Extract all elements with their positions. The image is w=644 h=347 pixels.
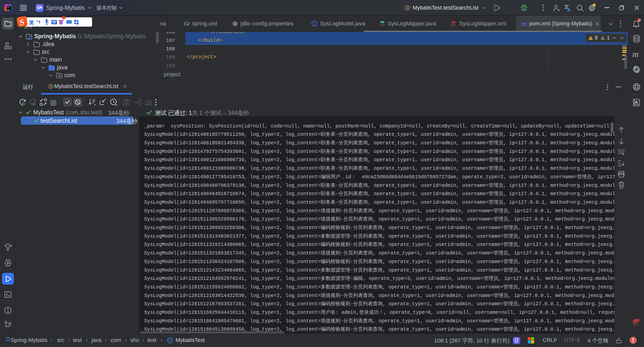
svg-text:A: A xyxy=(567,7,571,12)
svg-text:C: C xyxy=(169,338,172,342)
svg-text:C: C xyxy=(313,21,316,26)
svg-text:A: A xyxy=(635,100,638,104)
